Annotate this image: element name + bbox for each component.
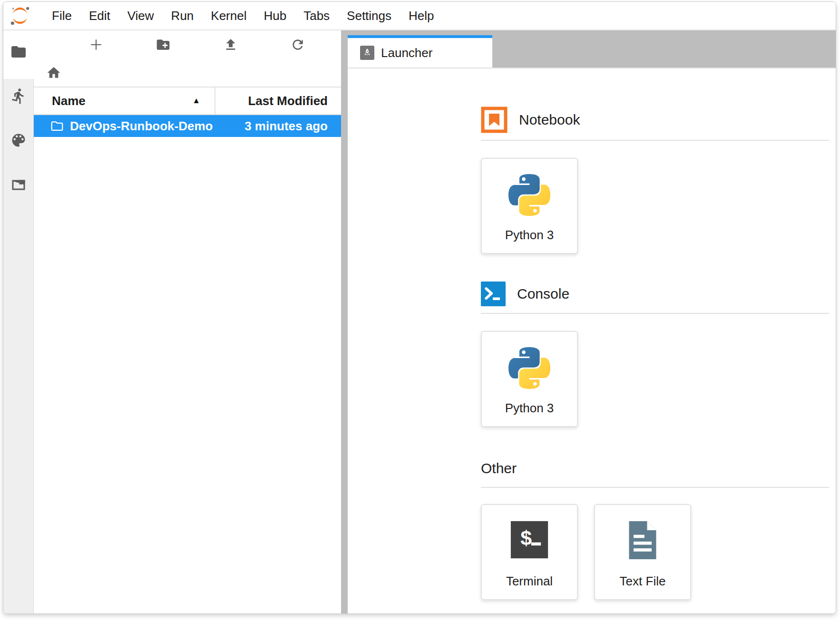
sidebar-item-open-tabs[interactable] <box>3 168 34 202</box>
launcher-section-console: Console Python 3 <box>481 282 829 427</box>
section-title-other: Other <box>481 460 517 476</box>
jupyterlab-window: File Edit View Run Kernel Hub Tabs Setti… <box>3 1 836 614</box>
breadcrumb <box>34 59 341 87</box>
text-file-icon <box>625 520 661 560</box>
menu-help[interactable]: Help <box>400 9 442 23</box>
python-logo <box>508 174 550 216</box>
refresh-icon <box>290 37 305 52</box>
menu-file[interactable]: File <box>43 9 80 23</box>
section-title-notebook: Notebook <box>519 112 580 128</box>
launcher-section-notebook: Notebook <box>481 107 829 254</box>
launcher-rocket-icon <box>360 46 374 60</box>
launcher-card-terminal[interactable]: $ Terminal <box>481 504 578 600</box>
upload-icon <box>223 37 238 52</box>
launcher-card-notebook-python3[interactable]: Python 3 <box>481 158 578 254</box>
menu-tabs[interactable]: Tabs <box>295 9 338 23</box>
launcher-card-text-file[interactable]: Text File <box>594 504 691 600</box>
launcher-card-console-python3[interactable]: Python 3 <box>481 331 578 427</box>
jupyter-logo-icon <box>9 5 31 27</box>
file-modified: 3 minutes ago <box>244 119 341 134</box>
menu-run[interactable]: Run <box>163 9 203 23</box>
last-modified-column-label: Last Modified <box>248 94 328 108</box>
new-folder-button[interactable] <box>130 37 197 52</box>
section-divider <box>481 487 829 488</box>
file-browser-toolbar <box>34 30 341 59</box>
new-launcher-button[interactable] <box>62 37 130 52</box>
section-title-console: Console <box>517 286 569 302</box>
section-divider <box>481 140 829 141</box>
panel-divider[interactable] <box>341 30 348 613</box>
name-column-label: Name <box>52 94 86 108</box>
card-label: Python 3 <box>505 228 554 243</box>
activity-bar <box>3 30 34 613</box>
file-row-devops-runbook-demo[interactable]: DevOps-Runbook-Demo 3 minutes ago <box>34 115 341 137</box>
notebook-icon <box>481 107 508 133</box>
sidebar-item-running-sessions[interactable] <box>3 79 34 113</box>
plus-icon <box>88 37 104 52</box>
card-label: Python 3 <box>505 401 554 416</box>
tab-bar: Launcher <box>348 30 836 68</box>
folder-outline-icon <box>50 119 64 133</box>
python-logo <box>508 347 550 389</box>
menu-settings[interactable]: Settings <box>338 9 400 23</box>
svg-text:$: $ <box>520 526 532 549</box>
menu-bar: File Edit View Run Kernel Hub Tabs Setti… <box>3 2 836 30</box>
file-list-header: Name ▲ Last Modified <box>34 87 341 115</box>
running-icon <box>10 87 27 105</box>
section-divider <box>481 313 829 314</box>
new-folder-icon <box>156 37 171 52</box>
card-label: Text File <box>620 574 666 589</box>
folder-icon <box>10 43 27 60</box>
home-icon[interactable] <box>46 65 61 80</box>
sidebar-item-commands[interactable] <box>3 124 34 157</box>
menu-edit[interactable]: Edit <box>80 9 119 23</box>
file-name: DevOps-Runbook-Demo <box>70 119 213 134</box>
sidebar-item-file-browser[interactable] <box>3 35 34 68</box>
sort-ascending-icon: ▲ <box>192 96 200 106</box>
upload-button[interactable] <box>197 37 264 52</box>
launcher-section-other: Other $ Terminal <box>481 458 829 600</box>
refresh-button[interactable] <box>264 37 332 52</box>
terminal-icon: $ <box>510 520 549 559</box>
tabs-icon <box>10 176 27 194</box>
launcher-panel: Notebook <box>348 68 836 613</box>
tab-launcher[interactable]: Launcher <box>348 35 492 68</box>
menu-view[interactable]: View <box>119 9 163 23</box>
column-header-last-modified[interactable]: Last Modified <box>215 87 341 114</box>
file-browser-panel: Name ▲ Last Modified DevOps-Runbook-Demo… <box>34 30 341 613</box>
menu-hub[interactable]: Hub <box>255 9 295 23</box>
main-dock-panel: Launcher Notebook <box>348 30 836 613</box>
card-label: Terminal <box>506 574 553 589</box>
menu-kernel[interactable]: Kernel <box>202 9 255 23</box>
console-icon <box>481 282 506 306</box>
column-header-name[interactable]: Name ▲ <box>34 87 215 114</box>
palette-icon <box>10 132 27 149</box>
tab-launcher-label: Launcher <box>381 46 432 60</box>
